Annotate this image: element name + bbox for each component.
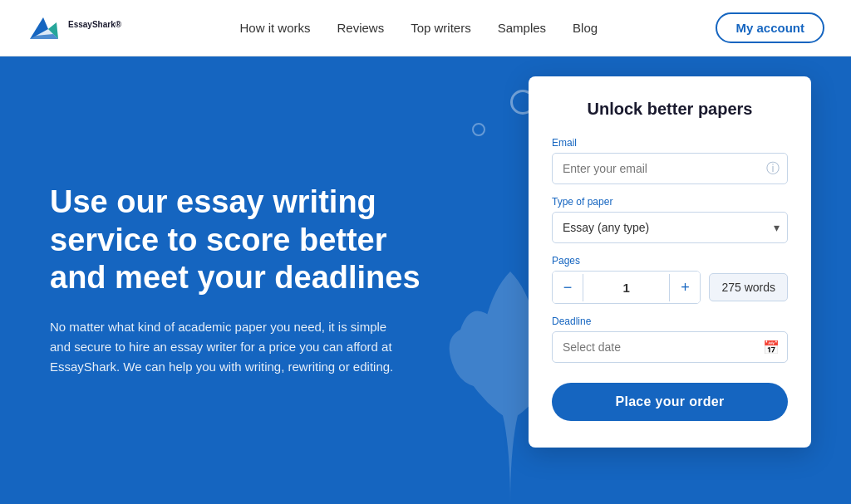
logo-text: EssayShark® (68, 17, 121, 39)
paper-type-label: Type of paper (552, 196, 788, 208)
header: EssayShark® How it works Reviews Top wri… (0, 0, 851, 56)
deadline-group: Deadline 📅 (552, 316, 788, 363)
hero-description: No matter what kind of academic paper yo… (50, 317, 399, 377)
pages-row: − 1 + 275 words (552, 271, 788, 304)
place-order-button[interactable]: Place your order (552, 383, 788, 421)
pages-increment-button[interactable]: + (670, 272, 700, 303)
deadline-input-wrapper: 📅 (552, 331, 788, 363)
pages-label: Pages (552, 255, 788, 267)
hero-title: Use our essay writing service to score b… (50, 183, 449, 297)
hero-content: Use our essay writing service to score b… (50, 183, 449, 377)
paper-type-select-wrapper: Essay (any type) Research Paper Term Pap… (552, 212, 788, 243)
email-input-wrapper: ⓘ (552, 153, 788, 184)
nav-samples[interactable]: Samples (498, 21, 546, 35)
deadline-input[interactable] (552, 331, 788, 363)
email-group: Email ⓘ (552, 137, 788, 184)
nav-top-writers[interactable]: Top writers (411, 21, 471, 35)
pages-group: Pages − 1 + 275 words (552, 255, 788, 304)
logo-icon (27, 11, 61, 46)
hero-section: Use our essay writing service to score b… (0, 56, 851, 504)
pages-stepper: − 1 + (552, 271, 701, 304)
deco-circle-2 (472, 123, 485, 136)
paper-type-select[interactable]: Essay (any type) Research Paper Term Pap… (552, 212, 788, 243)
order-form-card: Unlock better papers Email ⓘ Type of pap… (529, 76, 811, 448)
pages-value: 1 (583, 274, 670, 301)
nav-how-it-works[interactable]: How it works (239, 21, 310, 35)
main-nav: How it works Reviews Top writers Samples… (239, 21, 598, 35)
pages-decrement-button[interactable]: − (553, 272, 583, 303)
form-title: Unlock better papers (552, 100, 788, 119)
paper-type-group: Type of paper Essay (any type) Research … (552, 196, 788, 243)
deadline-label: Deadline (552, 316, 788, 327)
email-input[interactable] (552, 153, 788, 184)
words-badge: 275 words (709, 273, 788, 301)
my-account-button[interactable]: My account (716, 12, 824, 43)
nav-reviews[interactable]: Reviews (337, 21, 384, 35)
logo[interactable]: EssayShark® (27, 11, 121, 46)
nav-blog[interactable]: Blog (573, 21, 598, 35)
email-label: Email (552, 137, 788, 149)
